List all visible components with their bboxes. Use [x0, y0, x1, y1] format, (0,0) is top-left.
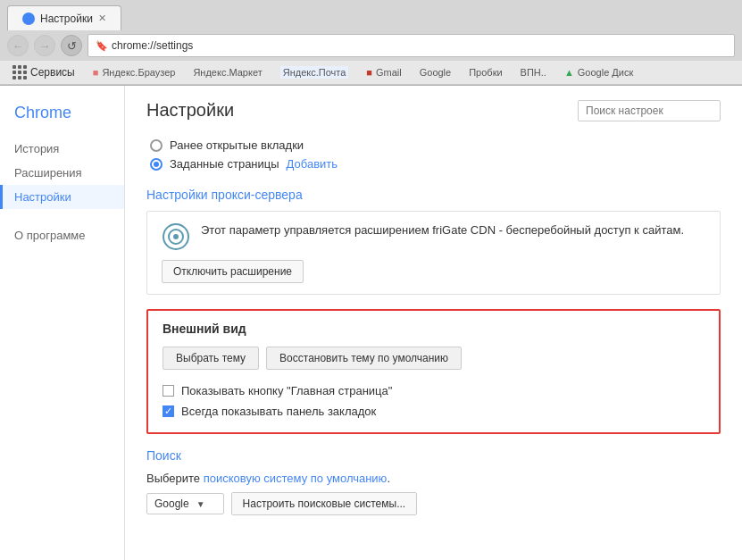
proxy-info: Этот параметр управляется расширением fr… [162, 222, 705, 251]
sidebar-divider [0, 209, 124, 223]
appearance-buttons: Выбрать тему Восстановить тему по умолча… [163, 347, 704, 370]
search-engine-select[interactable]: Google ▼ [146, 493, 224, 514]
apps-button[interactable]: Сервисы [7, 63, 80, 81]
tab-label: Настройки [40, 13, 93, 25]
apps-label: Сервисы [30, 66, 75, 79]
bookmark-2[interactable]: Яндекс.Маркет [188, 65, 267, 79]
configure-search-button[interactable]: Настроить поисковые системы... [231, 492, 418, 515]
checkbox-homepage: Показывать кнопку "Главная страница" [163, 380, 704, 401]
radio-pages-label: Заданные страницы [170, 157, 279, 171]
default-engine-link[interactable]: поисковую систему по умолчанию [204, 472, 388, 485]
bookmark-label: ■ [93, 67, 99, 78]
sidebar: Chrome История Расширения Настройки О пр… [0, 86, 125, 560]
address-bar[interactable]: 🔖 chrome://settings [88, 34, 735, 57]
bookmark-text-3: Яндекс.Почта [280, 66, 349, 79]
apps-icon [13, 65, 27, 79]
bookmark-text-4b: Gmail [376, 67, 402, 78]
sidebar-brand: Chrome [0, 100, 124, 137]
bookmark-text-7: ВПН.. [521, 67, 546, 78]
select-arrow-icon: ▼ [196, 499, 205, 509]
proxy-box: Этот параметр управляется расширением fr… [146, 211, 721, 295]
radio-tabs-circle[interactable] [150, 139, 163, 152]
checkbox-bookmarks: ✓ Всегда показывать панель закладок [163, 401, 704, 422]
appearance-title: Внешний вид [163, 322, 704, 336]
bookmarks-checkbox[interactable]: ✓ [163, 405, 174, 417]
tab-close-btn[interactable]: ✕ [98, 13, 106, 24]
bookmark-1[interactable]: ■ Яндекс.Браузер [88, 65, 181, 79]
disable-extension-button[interactable]: Отключить расширение [162, 260, 304, 283]
active-tab[interactable]: Настройки ✕ [7, 5, 121, 30]
sidebar-item-extensions[interactable]: Расширения [0, 161, 124, 185]
bookmark-6[interactable]: Пробки [463, 65, 507, 79]
bookmark-7[interactable]: ВПН.. [515, 65, 552, 79]
bookmarks-bar: Сервисы ■ Яндекс.Браузер Яндекс.Маркет Я… [0, 61, 742, 85]
sidebar-nav: История Расширения Настройки О программе [0, 137, 124, 247]
choose-theme-button[interactable]: Выбрать тему [163, 347, 259, 370]
radio-options-group: Ранее открытые вкладки Заданные страницы… [146, 136, 721, 173]
search-section: Поиск Выберите поисковую систему по умол… [146, 448, 721, 515]
radio-option-pages: Заданные страницы Добавить [150, 155, 721, 173]
sidebar-item-history[interactable]: История [0, 137, 124, 161]
tab-bar: Настройки ✕ [0, 0, 742, 30]
homepage-checkbox[interactable] [163, 385, 174, 397]
svg-point-2 [173, 234, 179, 239]
reset-theme-button[interactable]: Восстановить тему по умолчанию [266, 347, 462, 370]
bookmark-icon-8: ▲ [564, 67, 574, 78]
frigate-icon [162, 222, 190, 251]
bookmark-text-5: Google [420, 67, 451, 78]
add-pages-link[interactable]: Добавить [287, 157, 338, 171]
proxy-description: Этот параметр управляется расширением fr… [201, 222, 684, 238]
engine-value: Google [154, 497, 189, 510]
extension-name: friGate CDN [432, 223, 496, 237]
address-icon: 🔖 [96, 40, 108, 52]
bookmark-text: Яндекс.Браузер [102, 67, 175, 78]
choose-engine-text: Выберите поисковую систему по умолчанию. [146, 472, 721, 485]
bookmarks-label: Всегда показывать панель закладок [181, 405, 376, 418]
radio-option-tabs: Ранее открытые вкладки [150, 136, 721, 155]
homepage-label: Показывать кнопку "Главная страница" [181, 384, 392, 397]
search-engine-row: Google ▼ Настроить поисковые системы... [146, 492, 721, 515]
bookmark-text-4: ■ [366, 67, 372, 78]
bookmark-text-8: Google Диск [578, 67, 633, 78]
settings-search-input[interactable] [578, 100, 721, 121]
bookmark-5[interactable]: Google [414, 65, 456, 79]
forward-button[interactable]: → [34, 35, 55, 56]
bookmark-4[interactable]: ■ Gmail [361, 65, 406, 79]
page-title-row: Настройки [146, 100, 721, 121]
page: Chrome История Расширения Настройки О пр… [0, 86, 742, 560]
radio-pages-circle[interactable] [150, 158, 163, 171]
bookmark-8[interactable]: ▲ Google Диск [559, 65, 638, 79]
page-title: Настройки [146, 100, 234, 121]
sidebar-item-about[interactable]: О программе [0, 223, 124, 247]
bookmark-text-6: Пробки [469, 67, 502, 78]
search-section-header: Поиск [146, 448, 721, 463]
tab-favicon [22, 13, 35, 25]
back-button[interactable]: ← [7, 35, 29, 56]
radio-tabs-label: Ранее открытые вкладки [170, 138, 304, 152]
address-bar-row: ← → ↺ 🔖 chrome://settings [0, 30, 742, 61]
address-text: chrome://settings [112, 39, 193, 52]
appearance-section: Внешний вид Выбрать тему Восстановить те… [146, 309, 721, 434]
reload-button[interactable]: ↺ [61, 35, 82, 56]
main-content: Настройки Ранее открытые вкладки Заданны… [125, 86, 742, 560]
proxy-section-header: Настройки прокси-сервера [146, 188, 721, 202]
bookmark-3[interactable]: Яндекс.Почта [275, 64, 354, 80]
browser-chrome: Настройки ✕ ← → ↺ 🔖 chrome://settings Се… [0, 0, 742, 86]
bookmark-text-2: Яндекс.Маркет [193, 67, 262, 78]
sidebar-item-settings[interactable]: Настройки [0, 185, 124, 209]
